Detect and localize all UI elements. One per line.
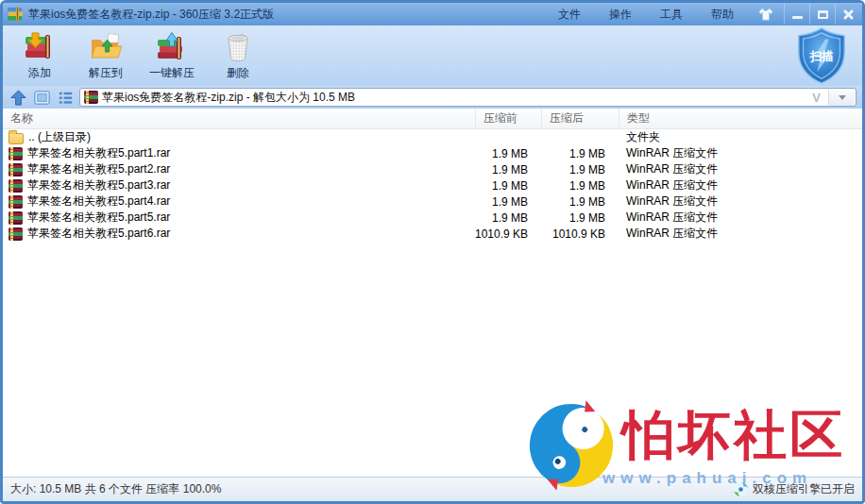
list-header: 名称 压缩前 压缩后 类型: [3, 109, 862, 129]
column-header-name[interactable]: 名称: [3, 109, 475, 128]
address-bar: 苹果ios免费签名教程-zip.zip - 解包大小为 10.5 MB V: [3, 86, 862, 109]
combobox-dropdown-button[interactable]: [829, 89, 855, 106]
extract-to-button-label: 解压到: [89, 65, 123, 81]
table-row[interactable]: 苹果签名相关教程5.part4.rar 1.9 MB 1.9 MB WinRAR…: [3, 193, 862, 210]
dropdown-arrow-icon: [839, 95, 846, 100]
close-button[interactable]: [835, 4, 860, 25]
size-after: 1.9 MB: [541, 211, 619, 225]
rar-file-icon: [8, 227, 23, 241]
file-type: WinRAR 压缩文件: [619, 145, 862, 161]
size-before: 1.9 MB: [475, 163, 541, 176]
toolbar: 添加 解压到 一键解压: [3, 25, 862, 86]
skin-button[interactable]: [754, 5, 778, 24]
list-icon: [57, 89, 75, 107]
one-key-extract-button[interactable]: 一键解压: [141, 27, 203, 84]
file-type: WinRAR 压缩文件: [619, 161, 862, 177]
file-name: 苹果签名相关教程5.part3.rar: [27, 177, 170, 193]
add-button[interactable]: 添加: [8, 27, 71, 84]
window-title: 苹果ios免费签名教程-zip.zip - 360压缩 3.2正式版: [28, 7, 274, 23]
parent-directory-type: 文件夹: [619, 129, 862, 145]
list-view-button[interactable]: [56, 88, 75, 107]
size-after: 1010.9 KB: [541, 227, 619, 241]
file-name: 苹果签名相关教程5.part2.rar: [27, 161, 170, 177]
scan-shield-button[interactable]: 扫描: [792, 26, 851, 85]
size-before: 1.9 MB: [475, 195, 541, 209]
rar-file-icon: [8, 163, 23, 176]
trash-icon: [221, 30, 255, 64]
rar-file-icon: [8, 179, 23, 193]
one-key-extract-icon: [155, 30, 189, 64]
folder-icon: [8, 133, 24, 144]
rar-file-icon: [8, 211, 23, 225]
table-row[interactable]: 苹果签名相关教程5.part1.rar 1.9 MB 1.9 MB WinRAR…: [3, 145, 862, 161]
delete-button[interactable]: 删除: [207, 27, 269, 84]
maximize-icon: [818, 10, 828, 19]
table-row[interactable]: 苹果签名相关教程5.part6.rar 1010.9 KB 1010.9 KB …: [3, 226, 862, 242]
app-icon: [7, 7, 24, 22]
size-before: 1.9 MB: [475, 179, 541, 193]
scan-button-label: 扫描: [808, 50, 833, 63]
menu-file[interactable]: 文件: [544, 4, 595, 25]
table-row[interactable]: 苹果签名相关教程5.part3.rar 1.9 MB 1.9 MB WinRAR…: [3, 177, 862, 193]
up-directory-button[interactable]: [8, 88, 27, 107]
extract-to-button[interactable]: 解压到: [75, 27, 137, 84]
file-name: 苹果签名相关教程5.part1.rar: [27, 145, 170, 161]
app-window: 苹果ios免费签名教程-zip.zip - 360压缩 3.2正式版 文件 操作…: [0, 0, 865, 504]
column-header-type[interactable]: 类型: [619, 109, 862, 128]
file-name: 苹果签名相关教程5.part4.rar: [27, 193, 170, 210]
close-icon: [842, 8, 854, 20]
file-type: WinRAR 压缩文件: [619, 193, 862, 210]
status-summary: 大小: 10.5 MB 共 6 个文件 压缩率 100.0%: [10, 481, 221, 497]
size-before: 1.9 MB: [475, 211, 541, 225]
size-before: 1.9 MB: [475, 147, 541, 160]
size-after: 1.9 MB: [541, 195, 619, 209]
menu-bar: 文件 操作 工具 帮助: [544, 4, 748, 25]
file-name: 苹果签名相关教程5.part6.rar: [27, 226, 170, 242]
file-name: 苹果签名相关教程5.part5.rar: [27, 210, 170, 226]
extract-folder-icon: [89, 30, 123, 64]
add-button-label: 添加: [28, 65, 51, 81]
window-controls: [784, 4, 860, 25]
table-row[interactable]: 苹果签名相关教程5.part2.rar 1.9 MB 1.9 MB WinRAR…: [3, 161, 862, 177]
arrow-up-icon: [9, 89, 27, 107]
parent-directory-row[interactable]: .. (上级目录) 文件夹: [3, 129, 862, 145]
minimize-icon: [792, 16, 803, 19]
parent-directory-label: .. (上级目录): [28, 129, 91, 145]
size-after: 1.9 MB: [541, 163, 619, 176]
add-archive-icon: [23, 30, 57, 64]
archive-icon: [84, 91, 98, 104]
table-row[interactable]: 苹果签名相关教程5.part5.rar 1.9 MB 1.9 MB WinRAR…: [3, 210, 862, 226]
engine-status-label: 双核压缩引擎已开启: [753, 481, 855, 497]
archive-path-text: 苹果ios免费签名教程-zip.zip - 解包大小为 10.5 MB: [102, 90, 805, 106]
view-mode-button[interactable]: [32, 88, 51, 107]
engine-status: 双核压缩引擎已开启: [733, 481, 855, 497]
archive-path-combobox[interactable]: 苹果ios免费签名教程-zip.zip - 解包大小为 10.5 MB V: [79, 88, 857, 107]
maximize-button[interactable]: [809, 4, 835, 25]
rar-file-icon: [8, 195, 23, 209]
delete-button-label: 删除: [227, 65, 249, 81]
file-type: WinRAR 压缩文件: [619, 210, 862, 226]
column-header-before[interactable]: 压缩前: [475, 109, 541, 128]
view-mode-icon: [33, 89, 51, 107]
one-key-extract-button-label: 一键解压: [149, 65, 195, 81]
size-before: 1010.9 KB: [475, 227, 541, 241]
file-type: WinRAR 压缩文件: [619, 177, 862, 193]
menu-help[interactable]: 帮助: [697, 4, 748, 25]
menu-tools[interactable]: 工具: [646, 4, 697, 25]
status-bar: 大小: 10.5 MB 共 6 个文件 压缩率 100.0% 双核压缩引擎已开启: [3, 477, 862, 501]
minimize-button[interactable]: [784, 4, 809, 25]
column-header-after[interactable]: 压缩后: [541, 109, 619, 128]
title-bar: 苹果ios免费签名教程-zip.zip - 360压缩 3.2正式版 文件 操作…: [3, 3, 862, 25]
file-list: 名称 压缩前 压缩后 类型 .. (上级目录) 文件夹 苹果签名相关教程5.pa…: [3, 109, 862, 477]
chevron-down-icon: V: [805, 91, 828, 105]
tshirt-icon: [757, 7, 774, 22]
file-type: WinRAR 压缩文件: [619, 226, 862, 242]
size-after: 1.9 MB: [541, 147, 619, 160]
menu-operation[interactable]: 操作: [595, 4, 646, 25]
size-after: 1.9 MB: [541, 179, 619, 193]
rar-file-icon: [8, 147, 23, 160]
dual-core-engine-icon: [733, 481, 749, 497]
